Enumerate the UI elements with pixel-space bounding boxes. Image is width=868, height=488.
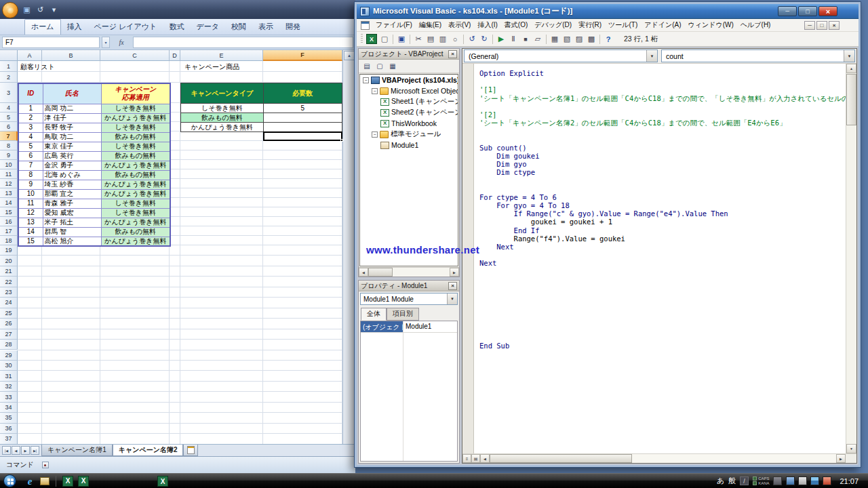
project-explorer-icon[interactable]: ▦ [549,33,561,45]
row-header[interactable]: 9 [0,150,18,160]
ribbon-tab[interactable]: 開発 [279,20,307,35]
maximize-button[interactable] [798,6,817,16]
row-header[interactable]: 25 [0,308,18,319]
row-header[interactable]: 10 [0,160,18,169]
find-icon[interactable]: ○ [449,33,461,45]
row-header[interactable]: 8 [0,141,18,150]
row-header[interactable]: 37 [0,434,18,444]
paste-icon[interactable]: ▥ [437,33,449,45]
vbe-title-bar[interactable]: Microsoft Visual Basic - ks104.xls - [Mo… [357,4,859,19]
cut-icon[interactable]: ✂ [412,33,425,45]
cell[interactable]: 10 [18,189,43,199]
scroll-up-icon[interactable]: ▲ [344,51,355,60]
object-browser-icon[interactable]: ▨ [573,33,585,45]
sheet-nav-icon[interactable]: ▶ [21,446,30,455]
ime-pen-icon[interactable]: / [740,476,749,485]
code-editor[interactable]: Option Explicit'[1]'シート「キャンペーン名簿1」のセル範囲「… [462,64,856,463]
dropdown-arrow-icon[interactable] [447,293,457,304]
worksheet-grid[interactable]: ABCDEF 123456789101112131415161718192021… [0,50,355,444]
ribbon-tab[interactable]: データ [190,20,225,35]
scroll-right-icon[interactable]: ▶ [450,268,459,277]
column-header[interactable]: D [170,50,180,61]
qat-dropdown-icon[interactable]: ▾ [49,5,59,15]
cell[interactable]: 金沢 勇子 [43,161,101,170]
minimize-button[interactable] [778,6,797,16]
row-header[interactable]: 1 [0,61,18,72]
ribbon-tab[interactable]: 表示 [252,20,279,35]
selected-cell-f7[interactable] [263,131,342,141]
row-header[interactable]: 28 [0,340,18,350]
copy-icon[interactable]: ▤ [425,33,437,45]
row-header[interactable]: 15 [0,207,18,217]
sheet-nav-icon[interactable]: |◀ [2,446,11,455]
row-header[interactable]: 21 [0,266,18,277]
internet-explorer-icon[interactable]: e [24,476,35,487]
row-header[interactable]: 16 [0,217,18,226]
toolbox-icon[interactable]: ▩ [585,33,597,45]
redo-icon[interactable]: ↻ [478,33,490,45]
code-hscrollbar[interactable]: ≡ ▤ ◀ ▶ [462,453,856,463]
menu-item[interactable]: 実行(R) [575,19,605,31]
row-header[interactable]: 36 [0,424,18,434]
vscroll-thumb[interactable] [846,74,856,125]
ribbon-tab[interactable]: 校閲 [225,20,252,35]
cell[interactable]: 6 [18,151,43,161]
row-header[interactable]: 13 [0,188,18,198]
collapse-icon[interactable]: − [372,88,378,94]
cell[interactable]: 高松 旭介 [43,237,101,246]
mail-icon[interactable] [40,477,50,485]
header-cell[interactable]: 氏名 [43,83,101,104]
cell[interactable] [263,123,342,132]
row-header[interactable]: 3 [0,83,18,103]
cell[interactable]: かんぴょう巻き無料 [101,161,170,170]
network-icon[interactable] [810,476,819,485]
insert-function-icon[interactable]: fx [112,39,131,46]
tab-alphabetic[interactable]: 全体 [361,308,387,321]
cell[interactable]: 飲みもの無料 [101,227,170,237]
scroll-left-icon[interactable]: ◀ [480,454,490,463]
column-header[interactable]: A [18,50,42,61]
tree-item[interactable]: −標準モジュール [360,129,458,140]
procedure-view-button[interactable]: ≡ [462,454,471,463]
start-button[interactable] [3,474,16,487]
project-hscrollbar[interactable]: ◀ ▶ [359,267,459,277]
cell[interactable]: しそ巻き無料 [101,208,170,218]
cell[interactable]: かんぴょう巻き無料 [101,180,170,189]
cell[interactable]: 米子 拓土 [43,218,101,227]
header-cell[interactable]: 必要数 [263,83,342,104]
row-header[interactable]: 35 [0,413,18,423]
cell[interactable]: 埼玉 紗香 [43,180,101,189]
scroll-right-icon[interactable]: ▶ [836,454,846,463]
cell[interactable]: 津 佳子 [43,113,101,123]
menu-item[interactable]: 書式(O) [501,19,531,31]
cell[interactable]: 鳥取 功二 [43,132,101,142]
fill-handle[interactable] [340,139,343,142]
tree-item[interactable]: Module1 [360,140,458,150]
sheet-tab[interactable]: キャンペーン名簿2 [113,445,184,456]
cell[interactable]: かんぴょう巻き無料 [181,123,264,132]
cell[interactable]: 北海 めぐみ [43,170,101,180]
mdi-restore-button[interactable] [816,21,827,30]
ime-options-icon[interactable] [773,476,782,485]
cell[interactable]: 5 [263,104,342,113]
cell[interactable]: 8 [18,170,43,180]
cell[interactable]: 愛知 威宏 [43,208,101,218]
insert-userform-icon[interactable]: ▢ [378,33,391,45]
formula-input[interactable] [133,37,353,48]
row-header[interactable]: 19 [0,245,18,256]
row-header[interactable]: 30 [0,361,18,371]
project-close-icon[interactable] [448,50,457,58]
cell[interactable]: しそ巻き無料 [101,199,170,208]
properties-grid[interactable]: (オブジェクト名) Module1 [360,321,458,462]
margin-indicator-bar[interactable] [462,64,474,453]
cell[interactable]: 高岡 功二 [43,104,101,113]
cell[interactable]: 長野 牧子 [43,123,101,132]
object-dropdown[interactable]: (General) [464,49,658,62]
scroll-left-icon[interactable]: ◀ [359,268,368,277]
cell[interactable] [263,113,342,123]
insert-sheet-tab[interactable] [183,445,198,456]
tab-categorized[interactable]: 項目別 [387,308,419,321]
cell[interactable]: 4 [18,132,43,142]
cell[interactable]: 飲みもの無料 [101,151,170,161]
tree-item[interactable]: Sheet1 (キャンペーン名簿1) [360,96,458,107]
